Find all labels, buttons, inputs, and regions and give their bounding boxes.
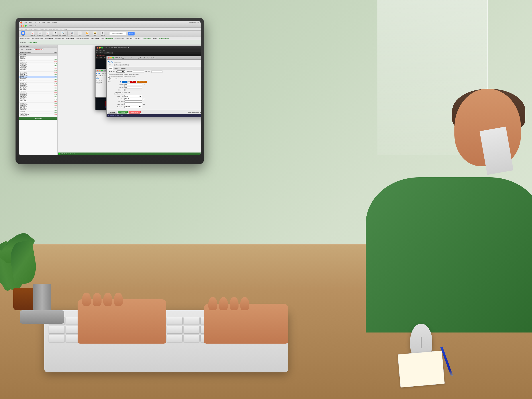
toolbar-btn-configure[interactable]: ⚙ Configure bbox=[99, 31, 106, 36]
trigger-type-select-placeholder[interactable]: last ▼ bbox=[143, 103, 146, 105]
order-tab-scale[interactable]: Scale bbox=[114, 64, 120, 66]
table-row[interactable]: COMP INDEXNASDAQ-CO bbox=[19, 56, 57, 58]
table-row[interactable]: ALIGN TECH...ALGN NASDAQ NMS -0.5% bbox=[19, 67, 57, 69]
sell-radio[interactable] bbox=[128, 81, 130, 82]
start-time-input[interactable] bbox=[133, 70, 144, 73]
order-type-select[interactable]: LMT MKT STP bbox=[124, 95, 142, 97]
mac-menu-file[interactable]: File bbox=[34, 22, 36, 23]
order-max-btn[interactable] bbox=[112, 57, 114, 58]
table-row[interactable]: CINTAS COR...CTAS NASDAQ NMS -0.2% bbox=[19, 101, 57, 103]
menu-account[interactable]: Account bbox=[33, 28, 39, 30]
comprehensive-link[interactable]: Comprehensive bbox=[191, 112, 199, 113]
table-row[interactable]: DOLLAR TREE INCDLTR NASDAQ NMS -0.4% bbox=[19, 114, 57, 116]
toolbar-btn-alerts[interactable]: 🔔 Alerts bbox=[92, 31, 98, 36]
tif-select[interactable]: GTC DAY IOC bbox=[116, 70, 125, 73]
sell-button[interactable]: Sell bbox=[130, 81, 136, 83]
mac-menu-edit[interactable]: Edit bbox=[38, 22, 40, 23]
cancel-order-button[interactable]: Cancel Order bbox=[129, 111, 141, 114]
table-row[interactable]: CHARTER CO...CHTR NASDAQ NMS +0.2% bbox=[19, 96, 57, 98]
quote-close-btn[interactable] bbox=[97, 70, 98, 71]
chart-timeperiod-select[interactable]: Last 7 Days ▼ bbox=[104, 52, 113, 54]
amx-tab[interactable]: AMX bbox=[26, 46, 29, 47]
limit-price-input[interactable] bbox=[124, 98, 142, 100]
quote-max-btn[interactable] bbox=[101, 70, 103, 71]
table-row[interactable]: COGNIZANT...CTXS NASDAQ NMS -0.3% bbox=[19, 105, 57, 107]
toolbar-btn-fyi[interactable]: ℹ FYI bbox=[76, 31, 83, 36]
table-row[interactable]: COMCAST C...CTSH NASDAQ NMS +0.5% bbox=[19, 107, 57, 109]
mac-menu-view[interactable]: View bbox=[42, 22, 45, 23]
sp500-tab[interactable]: S&P 500 bbox=[20, 46, 25, 47]
toolbar-btn-chart[interactable]: 📈 Chart bbox=[44, 31, 51, 36]
order-inner-tab-conditional[interactable]: Conditional bbox=[119, 67, 127, 70]
menu-help[interactable]: Help bbox=[64, 28, 68, 30]
quantity-input[interactable] bbox=[124, 83, 142, 86]
toolbar-financial-search[interactable]: Financial Instrument Search bbox=[109, 32, 126, 35]
table-row[interactable]: BIOGEN INCBIIB NASDAQ NMS +0.3% bbox=[19, 83, 57, 85]
table-row[interactable]: ASML HOLD...AMSL NASDAQ NMS -1.2% bbox=[19, 81, 57, 83]
chart-menu-edit[interactable]: Edit bbox=[100, 50, 101, 51]
toolbar-btn-combo[interactable]: 🔀 Combo bbox=[84, 31, 91, 36]
checkbox-outside-hours[interactable] bbox=[108, 74, 110, 75]
table-row[interactable]: CERNER CO...CERN NASDAQ NMS +0.3% bbox=[19, 94, 57, 96]
order-min-btn[interactable] bbox=[110, 57, 112, 58]
table-row[interactable]: ALPHABET I...GOOGL NASDAQ NMS +0.4% bbox=[19, 69, 57, 72]
toolbar-btn-ibot[interactable]: 🤖 IBot bbox=[69, 31, 76, 36]
stock-list[interactable]: Nasdaq 100 COMP INDEXNASDAQ-CO ACTIVISIO… bbox=[19, 54, 57, 155]
total-qty-input[interactable] bbox=[124, 86, 142, 89]
classic-trading-btn[interactable]: Classic Trading bbox=[19, 117, 57, 120]
table-row-aapl[interactable]: APPLE INCAAPL NASDAQ NMS +0.6% bbox=[19, 76, 57, 78]
menu-trade[interactable]: Trade bbox=[28, 28, 32, 30]
table-row[interactable]: APPLIED MA...AMAT NASDAQ NMS +0.2% bbox=[19, 78, 57, 81]
destination-select[interactable]: SMART NYSE NASDAQ bbox=[124, 106, 142, 108]
tab-amx[interactable]: AMX bbox=[19, 49, 24, 50]
mac-menu-account[interactable]: Account bbox=[52, 22, 57, 23]
menu-file[interactable]: File bbox=[20, 28, 24, 30]
order-inner-tab-adjust[interactable]: Adjust bbox=[113, 67, 119, 70]
table-row[interactable]: AMGEN INCAMGN NASDAQ NMS +0.1% bbox=[19, 74, 57, 76]
menu-view[interactable]: View bbox=[59, 28, 63, 30]
toolbar-btn-order[interactable]: 📋 Order bbox=[20, 31, 26, 36]
mac-menu-lynx[interactable]: LYNX Trading bbox=[24, 22, 32, 23]
quote-min-btn[interactable] bbox=[99, 70, 101, 71]
end-time-input[interactable] bbox=[151, 70, 163, 73]
table-row[interactable]: AUTOMATICADP NASDAQ NMS +0.2% bbox=[19, 63, 57, 65]
chart-close-btn[interactable] bbox=[97, 47, 98, 49]
order-inner-tab-basic[interactable]: Basic bbox=[108, 67, 113, 70]
buy-radio[interactable] bbox=[120, 81, 121, 82]
toolbar-btn-risk[interactable]: 🔍 Risk Navigator bbox=[59, 31, 66, 36]
stop-price-input[interactable] bbox=[124, 101, 142, 103]
table-row[interactable]: BOOKING HO...BKNG NASDAQ NMS +0.5% bbox=[19, 87, 57, 89]
checkbox-preopen[interactable] bbox=[108, 76, 110, 78]
menu-trading-tools[interactable]: Trading Tools bbox=[39, 28, 48, 30]
toolbar-account[interactable]: Account bbox=[127, 32, 135, 35]
tab-nasdaq100[interactable]: ×Nasdaq 100 bbox=[34, 48, 44, 50]
chart-min-btn[interactable] bbox=[99, 47, 101, 49]
table-row[interactable]: ALEXION PH...ALXN NASDAQ NMS +0.1% bbox=[19, 65, 57, 67]
toolbar-btn-tradelog[interactable]: 📊 Trade Log bbox=[29, 31, 36, 36]
table-row[interactable]: BIOMARIN P...BMRN NASDAQ NMS -0.4% bbox=[19, 85, 57, 87]
menu-edit[interactable]: Edit bbox=[24, 28, 27, 30]
table-row[interactable]: AMAZON.CO...AMZN NASDAQ NMS -0.2% bbox=[19, 72, 57, 74]
mac-menu-trade[interactable]: Trade bbox=[47, 22, 50, 23]
toolbar-btn-booktrader[interactable]: 📖 BookTrader bbox=[37, 31, 44, 36]
chart-max-btn[interactable] bbox=[101, 47, 103, 49]
toolbar-btn-optiontrader[interactable]: ⚙ OptionTrader bbox=[52, 31, 58, 36]
close-button[interactable] bbox=[21, 25, 22, 27]
maximize-button[interactable] bbox=[25, 25, 27, 27]
table-row[interactable]: CISCO SYST...CSCO NASDAQ NMS +0.1% bbox=[19, 103, 57, 105]
order-tab-ibalgo[interactable]: IBALGO bbox=[121, 64, 129, 66]
minimize-button[interactable] bbox=[23, 25, 24, 27]
tab-trackers[interactable]: Trackers/ET... bbox=[25, 49, 34, 50]
preview-button[interactable]: Preview bbox=[108, 111, 117, 114]
table-row[interactable]: CSX CORPCSX NASDAQ NMS +0.2% bbox=[19, 112, 57, 114]
table-row[interactable]: CHECK PO...CHKP NASDAQ NMS +0.4% bbox=[19, 98, 57, 101]
compact-link[interactable]: Compact bbox=[200, 112, 201, 113]
order-close-btn[interactable] bbox=[108, 57, 109, 58]
transmit-button[interactable]: Transmit bbox=[118, 111, 128, 114]
trigger-price-input[interactable] bbox=[124, 103, 142, 105]
chart-menu-file[interactable]: File bbox=[96, 50, 98, 51]
table-row[interactable]: ADOBE INCADBE NASDAQ NMS -0.3% bbox=[19, 61, 57, 63]
table-row[interactable]: COSTCO WH...COST NASDAQ NMS +0.5% bbox=[19, 109, 57, 112]
table-row[interactable]: CADENCE DE...CDNS NASDAQ NMS -0.1% bbox=[19, 92, 57, 94]
checkbox-ignore-auction[interactable] bbox=[108, 78, 110, 80]
